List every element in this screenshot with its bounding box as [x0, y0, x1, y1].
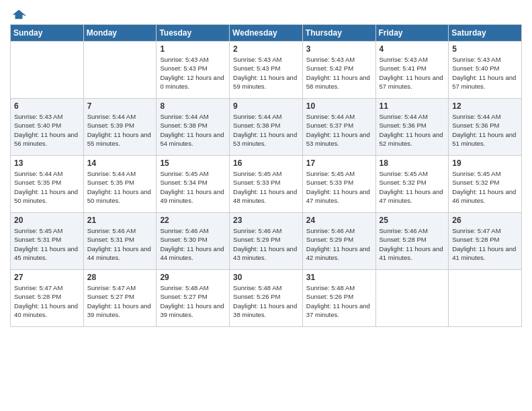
day-number: 21: [87, 216, 153, 225]
day-cell: 31Sunrise: 5:48 AMSunset: 5:26 PMDayligh…: [302, 270, 375, 327]
day-info: Sunrise: 5:43 AMSunset: 5:40 PMDaylight:…: [14, 112, 80, 148]
day-cell: [449, 270, 522, 327]
day-cell: 20Sunrise: 5:45 AMSunset: 5:31 PMDayligh…: [11, 213, 84, 270]
day-cell: 16Sunrise: 5:45 AMSunset: 5:33 PMDayligh…: [230, 156, 303, 213]
day-number: 27: [14, 273, 80, 282]
day-number: 8: [160, 101, 226, 111]
day-info: Sunrise: 5:43 AMSunset: 5:43 PMDaylight:…: [233, 55, 299, 91]
day-info: Sunrise: 5:45 AMSunset: 5:32 PMDaylight:…: [380, 169, 445, 205]
day-cell: 7Sunrise: 5:44 AMSunset: 5:39 PMDaylight…: [83, 99, 157, 156]
day-info: Sunrise: 5:44 AMSunset: 5:37 PMDaylight:…: [306, 112, 372, 148]
day-cell: 13Sunrise: 5:44 AMSunset: 5:35 PMDayligh…: [11, 156, 84, 213]
day-info: Sunrise: 5:48 AMSunset: 5:26 PMDaylight:…: [306, 283, 372, 319]
day-cell: 24Sunrise: 5:46 AMSunset: 5:29 PMDayligh…: [302, 213, 375, 270]
day-cell: 4Sunrise: 5:43 AMSunset: 5:41 PMDaylight…: [375, 42, 449, 99]
day-number: 1: [160, 44, 226, 54]
day-number: 13: [14, 158, 80, 168]
day-number: 20: [14, 216, 80, 225]
day-info: Sunrise: 5:46 AMSunset: 5:29 PMDaylight:…: [233, 226, 299, 262]
weekday-header-sunday: Sunday: [11, 25, 84, 42]
day-info: Sunrise: 5:45 AMSunset: 5:31 PMDaylight:…: [14, 226, 80, 262]
day-cell: [83, 42, 157, 99]
logo-icon: [11, 7, 26, 21]
day-number: 14: [87, 158, 153, 168]
day-cell: 22Sunrise: 5:46 AMSunset: 5:30 PMDayligh…: [157, 213, 230, 270]
day-number: 9: [233, 101, 299, 111]
day-cell: 19Sunrise: 5:45 AMSunset: 5:32 PMDayligh…: [449, 156, 522, 213]
day-number: 5: [452, 44, 518, 54]
day-info: Sunrise: 5:46 AMSunset: 5:30 PMDaylight:…: [160, 226, 226, 262]
day-cell: 28Sunrise: 5:47 AMSunset: 5:27 PMDayligh…: [83, 270, 157, 327]
day-cell: 11Sunrise: 5:44 AMSunset: 5:36 PMDayligh…: [375, 99, 449, 156]
day-info: Sunrise: 5:43 AMSunset: 5:42 PMDaylight:…: [306, 55, 372, 91]
day-number: 17: [306, 158, 372, 168]
day-cell: 2Sunrise: 5:43 AMSunset: 5:43 PMDaylight…: [230, 42, 303, 99]
day-cell: 26Sunrise: 5:47 AMSunset: 5:28 PMDayligh…: [449, 213, 522, 270]
day-info: Sunrise: 5:45 AMSunset: 5:33 PMDaylight:…: [306, 169, 372, 205]
day-cell: 21Sunrise: 5:46 AMSunset: 5:31 PMDayligh…: [83, 213, 157, 270]
day-number: 18: [380, 158, 445, 168]
day-cell: 18Sunrise: 5:45 AMSunset: 5:32 PMDayligh…: [375, 156, 449, 213]
day-number: 2: [233, 44, 299, 54]
day-cell: 14Sunrise: 5:44 AMSunset: 5:35 PMDayligh…: [83, 156, 157, 213]
svg-marker-1: [23, 15, 27, 16]
weekday-header-wednesday: Wednesday: [230, 25, 303, 42]
day-cell: [375, 270, 449, 327]
day-number: 28: [87, 273, 153, 282]
week-row-5: 27Sunrise: 5:47 AMSunset: 5:28 PMDayligh…: [11, 270, 522, 327]
day-number: 26: [452, 216, 518, 225]
day-number: 25: [380, 216, 445, 225]
day-info: Sunrise: 5:48 AMSunset: 5:26 PMDaylight:…: [233, 283, 299, 319]
day-cell: 17Sunrise: 5:45 AMSunset: 5:33 PMDayligh…: [302, 156, 375, 213]
week-row-1: 1Sunrise: 5:43 AMSunset: 5:43 PMDaylight…: [11, 42, 522, 99]
day-cell: 30Sunrise: 5:48 AMSunset: 5:26 PMDayligh…: [230, 270, 303, 327]
week-row-4: 20Sunrise: 5:45 AMSunset: 5:31 PMDayligh…: [11, 213, 522, 270]
day-cell: 27Sunrise: 5:47 AMSunset: 5:28 PMDayligh…: [11, 270, 84, 327]
day-info: Sunrise: 5:47 AMSunset: 5:28 PMDaylight:…: [452, 226, 518, 262]
day-number: 15: [160, 158, 226, 168]
weekday-header-thursday: Thursday: [302, 25, 375, 42]
day-number: 12: [452, 101, 518, 111]
day-info: Sunrise: 5:47 AMSunset: 5:27 PMDaylight:…: [87, 283, 153, 319]
day-number: 11: [380, 101, 445, 111]
day-number: 23: [233, 216, 299, 225]
day-cell: 23Sunrise: 5:46 AMSunset: 5:29 PMDayligh…: [230, 213, 303, 270]
weekday-header-monday: Monday: [83, 25, 157, 42]
day-info: Sunrise: 5:44 AMSunset: 5:36 PMDaylight:…: [380, 112, 445, 148]
day-info: Sunrise: 5:46 AMSunset: 5:29 PMDaylight:…: [306, 226, 372, 262]
day-number: 3: [306, 44, 372, 54]
day-number: 30: [233, 273, 299, 282]
day-cell: 5Sunrise: 5:43 AMSunset: 5:40 PMDaylight…: [449, 42, 522, 99]
day-number: 29: [160, 273, 226, 282]
day-number: 6: [14, 101, 80, 111]
day-info: Sunrise: 5:44 AMSunset: 5:38 PMDaylight:…: [233, 112, 299, 148]
day-info: Sunrise: 5:44 AMSunset: 5:36 PMDaylight:…: [452, 112, 518, 148]
day-info: Sunrise: 5:48 AMSunset: 5:27 PMDaylight:…: [160, 283, 226, 319]
day-info: Sunrise: 5:44 AMSunset: 5:35 PMDaylight:…: [87, 169, 153, 205]
weekday-header-friday: Friday: [375, 25, 449, 42]
day-cell: 10Sunrise: 5:44 AMSunset: 5:37 PMDayligh…: [302, 99, 375, 156]
day-number: 31: [306, 273, 372, 282]
day-cell: 25Sunrise: 5:46 AMSunset: 5:28 PMDayligh…: [375, 213, 449, 270]
weekday-header-saturday: Saturday: [449, 25, 522, 42]
day-cell: 8Sunrise: 5:44 AMSunset: 5:38 PMDaylight…: [157, 99, 230, 156]
day-cell: 9Sunrise: 5:44 AMSunset: 5:38 PMDaylight…: [230, 99, 303, 156]
day-info: Sunrise: 5:43 AMSunset: 5:40 PMDaylight:…: [452, 55, 518, 91]
day-number: 10: [306, 101, 372, 111]
day-cell: 12Sunrise: 5:44 AMSunset: 5:36 PMDayligh…: [449, 99, 522, 156]
day-cell: 3Sunrise: 5:43 AMSunset: 5:42 PMDaylight…: [302, 42, 375, 99]
day-cell: 1Sunrise: 5:43 AMSunset: 5:43 PMDaylight…: [157, 42, 230, 99]
day-number: 16: [233, 158, 299, 168]
svg-marker-0: [13, 10, 25, 19]
day-number: 7: [87, 101, 153, 111]
calendar-table: SundayMondayTuesdayWednesdayThursdayFrid…: [10, 24, 522, 327]
day-info: Sunrise: 5:44 AMSunset: 5:35 PMDaylight:…: [14, 169, 80, 205]
day-cell: 6Sunrise: 5:43 AMSunset: 5:40 PMDaylight…: [11, 99, 84, 156]
day-number: 19: [452, 158, 518, 168]
day-cell: [11, 42, 84, 99]
day-info: Sunrise: 5:44 AMSunset: 5:39 PMDaylight:…: [87, 112, 153, 148]
day-info: Sunrise: 5:46 AMSunset: 5:28 PMDaylight:…: [380, 226, 445, 262]
week-row-3: 13Sunrise: 5:44 AMSunset: 5:35 PMDayligh…: [11, 156, 522, 213]
day-info: Sunrise: 5:45 AMSunset: 5:33 PMDaylight:…: [233, 169, 299, 205]
day-number: 24: [306, 216, 372, 225]
